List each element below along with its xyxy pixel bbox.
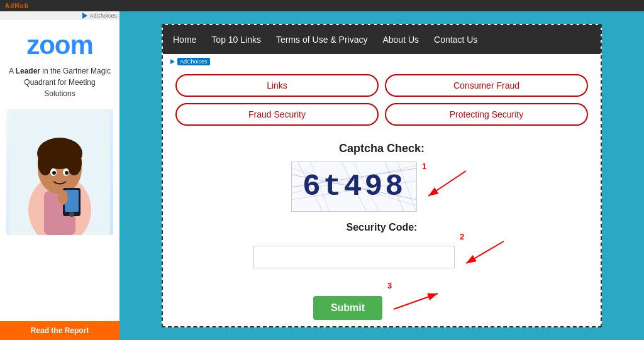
- top-bar-logo: AdHub: [5, 3, 29, 9]
- zoom-ad-image: [6, 109, 113, 235]
- arrow-2-svg: [460, 238, 510, 276]
- annotation-2: 2: [460, 238, 510, 276]
- captcha-row: 6t498 1: [291, 162, 472, 212]
- submit-button[interactable]: Submit: [313, 296, 382, 320]
- left-ad: AdChoices zoom A Leader in the Gartner M…: [0, 11, 119, 340]
- annotation-num-1: 1: [422, 162, 426, 171]
- annotation-1: 1: [422, 168, 472, 206]
- captcha-section: Captcha Check:: [163, 136, 601, 326]
- ad-choices-bar: AdChoices: [0, 11, 119, 20]
- inner-ad-icon: [170, 59, 175, 64]
- svg-point-13: [69, 212, 74, 217]
- svg-point-14: [58, 190, 68, 205]
- right-content: Home Top 10 Links Terms of Use & Privacy…: [119, 11, 644, 340]
- topic-btn-consumer-fraud[interactable]: Consumer Fraud: [385, 74, 588, 97]
- arrow-3-svg: [387, 287, 450, 319]
- nav-top10[interactable]: Top 10 Links: [211, 32, 261, 47]
- button-grid: Links Consumer Fraud Fraud Security Prot…: [163, 69, 601, 136]
- annotation-num-3: 3: [387, 281, 392, 290]
- ad-choices-label: AdChoices: [89, 13, 117, 19]
- ad-illustration: [9, 109, 110, 235]
- ad-choices-icon: [82, 13, 87, 19]
- svg-point-9: [52, 171, 56, 175]
- topic-btn-links[interactable]: Links: [175, 74, 379, 97]
- submit-row: Submit 3: [313, 286, 450, 320]
- inner-ad-choices: AdChoices: [163, 54, 601, 69]
- annotation-num-2: 2: [460, 232, 464, 241]
- captcha-image: 6t498: [291, 162, 417, 212]
- zoom-logo: zoom: [26, 30, 93, 60]
- captcha-label: Captcha Check:: [339, 142, 425, 155]
- main-box: Home Top 10 Links Terms of Use & Privacy…: [162, 24, 602, 327]
- nav-about[interactable]: About Us: [382, 32, 419, 47]
- nav-contact[interactable]: Contact Us: [434, 32, 477, 47]
- annotation-3: 3: [387, 287, 450, 319]
- top-bar: AdHub: [0, 0, 644, 11]
- topic-btn-fraud-security[interactable]: Fraud Security: [175, 103, 379, 126]
- nav-home[interactable]: Home: [173, 32, 196, 47]
- security-code-input[interactable]: [253, 246, 455, 268]
- nav-bar: Home Top 10 Links Terms of Use & Privacy…: [163, 25, 601, 54]
- nav-terms[interactable]: Terms of Use & Privacy: [276, 32, 367, 47]
- svg-line-30: [466, 241, 504, 263]
- svg-line-28: [428, 171, 466, 196]
- arrow-1-svg: [422, 168, 472, 206]
- svg-point-10: [65, 171, 69, 175]
- svg-line-32: [394, 293, 438, 309]
- read-report-button[interactable]: Read the Report: [0, 321, 119, 340]
- zoom-tagline: A Leader in the Gartner Magic Quadrant f…: [0, 65, 119, 99]
- main-layout: AdChoices zoom A Leader in the Gartner M…: [0, 11, 644, 340]
- topic-btn-protecting-security[interactable]: Protecting Security: [385, 103, 588, 126]
- security-input-row: 2: [253, 238, 510, 276]
- security-code-label: Security Code:: [347, 222, 418, 233]
- zoom-tagline-text: A Leader in the Gartner Magic Quadrant f…: [9, 67, 111, 98]
- inner-ad-badge: AdChoices: [177, 58, 210, 65]
- captcha-code: 6t498: [303, 170, 406, 204]
